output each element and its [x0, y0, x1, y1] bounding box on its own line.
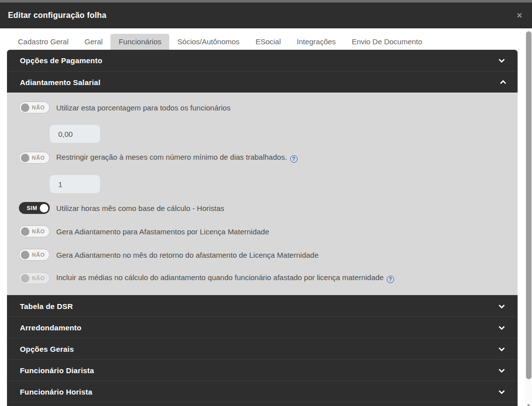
modal-header: Editar configuração folha × — [0, 2, 532, 28]
setting-row-min-days: NÃO Restringir geração à meses com númer… — [19, 152, 508, 164]
setting-label: Restringir geração à meses com número mí… — [56, 153, 298, 163]
section-title: Funcionário Horista — [20, 388, 92, 396]
toggle-knob — [21, 227, 29, 236]
section-opcoes-gerais[interactable]: Opções Gerais — [7, 338, 518, 359]
toggle-state-label: NÃO — [32, 252, 45, 258]
section-title: Arredondamento — [20, 323, 82, 332]
setting-row-incluir-medias: NÃO Incluir as médias no cálculo do adia… — [19, 272, 508, 284]
setting-label-text: Restringir geração à meses com número mí… — [56, 153, 287, 161]
setting-label: Incluir as médias no cálculo do adiantam… — [56, 273, 394, 283]
help-icon[interactable]: ? — [290, 155, 298, 163]
toggle-gera-adiantamento-retorno[interactable]: NÃO — [19, 249, 50, 261]
help-icon[interactable]: ? — [387, 276, 394, 283]
setting-label: Gera Adiantamento no mês do retorno do a… — [56, 251, 319, 259]
toggle-knob — [21, 154, 29, 162]
section-title: Opções Gerais — [20, 345, 74, 353]
adiantamento-salarial-panel: NÃO Utilizar esta porcentagem para todos… — [7, 93, 518, 295]
toggle-restringir-geracao[interactable]: NÃO — [19, 152, 50, 164]
setting-row-afastamentos-maternidade: NÃO Gera Adiantamento para Afastamentos … — [19, 225, 508, 237]
section-funcionario-mensalista[interactable]: Funcionário Mensalista — [7, 402, 518, 406]
scrollbar-thumb[interactable] — [526, 31, 532, 379]
section-funcionario-diarista[interactable]: Funcionário Diarista — [7, 359, 518, 381]
setting-label: Utilizar horas mês como base de cálculo … — [56, 204, 224, 212]
toggle-state-label: SIM — [27, 205, 37, 211]
scrollbar-down-arrow-icon[interactable]: ▼ — [525, 403, 532, 406]
section-opcoes-de-pagamento[interactable]: Opções de Pagamento — [7, 50, 518, 71]
settings-accordion: Opções de Pagamento Adiantamento Salaria… — [7, 50, 518, 406]
toggle-gera-adiantamento-afastamentos[interactable]: NÃO — [19, 225, 50, 237]
toggle-knob — [21, 274, 29, 283]
section-title: Opções de Pagamento — [20, 56, 103, 65]
percentage-input[interactable] — [50, 125, 100, 143]
toggle-knob — [40, 204, 48, 212]
min-days-input[interactable] — [50, 175, 100, 193]
toggle-knob — [21, 103, 29, 112]
close-icon[interactable]: × — [515, 10, 524, 21]
chevron-down-icon — [499, 366, 505, 373]
modal-title: Editar configuração folha — [8, 11, 106, 20]
chevron-down-icon — [499, 345, 505, 351]
vertical-scrollbar[interactable]: ▼ — [525, 31, 532, 406]
percentage-field-wrap — [50, 125, 508, 143]
section-title: Funcionário Diarista — [20, 366, 94, 375]
tab-socios-autonomos[interactable]: Sócios/Autônomos — [169, 34, 247, 50]
section-title: Tabela de DSR — [20, 302, 73, 310]
toggle-incluir-medias: NÃO — [19, 272, 50, 284]
chevron-down-icon — [499, 57, 505, 63]
toggle-state-label: NÃO — [32, 155, 45, 161]
toggle-utilizar-porcentagem[interactable]: NÃO — [19, 102, 50, 113]
toggle-state-label: NÃO — [32, 275, 45, 281]
chevron-down-icon — [499, 323, 505, 330]
edit-payroll-config-modal: Editar configuração folha × Cadastro Ger… — [0, 2, 532, 406]
modal-body: Cadastro Geral Geral Funcionários Sócios… — [0, 28, 525, 406]
section-arredondamento[interactable]: Arredondamento — [7, 316, 518, 338]
tab-envio-de-documento[interactable]: Envio De Documento — [344, 34, 430, 50]
setting-label: Utilizar esta porcentagem para todos os … — [56, 103, 230, 112]
min-days-field-wrap — [50, 175, 508, 193]
setting-label-text: Incluir as médias no cálculo do adiantam… — [56, 273, 384, 282]
tab-cadastro-geral[interactable]: Cadastro Geral — [10, 34, 77, 50]
setting-row-retorno-maternidade: NÃO Gera Adiantamento no mês do retorno … — [19, 249, 508, 261]
tab-integracoes[interactable]: Integrações — [289, 34, 343, 50]
section-adiantamento-salarial[interactable]: Adiantamento Salarial — [7, 71, 518, 93]
toggle-horas-mes[interactable]: SIM — [19, 202, 50, 214]
setting-label: Gera Adiantamento para Afastamentos por … — [56, 227, 269, 236]
section-tabela-de-dsr[interactable]: Tabela de DSR — [7, 295, 518, 316]
toggle-state-label: NÃO — [32, 104, 45, 110]
setting-row-horas-mes: SIM Utilizar horas mês como base de cálc… — [19, 202, 508, 214]
chevron-up-icon — [500, 80, 507, 86]
tab-funcionarios[interactable]: Funcionários — [110, 34, 169, 50]
tab-bar: Cadastro Geral Geral Funcionários Sócios… — [0, 28, 525, 50]
tab-esocial[interactable]: ESocial — [247, 34, 289, 50]
chevron-down-icon — [499, 388, 505, 394]
tab-geral[interactable]: Geral — [77, 34, 111, 50]
toggle-state-label: NÃO — [32, 228, 45, 234]
section-title: Adiantamento Salarial — [20, 78, 101, 87]
toggle-knob — [21, 251, 29, 259]
section-funcionario-horista[interactable]: Funcionário Horista — [7, 381, 518, 402]
setting-row-percentage: NÃO Utilizar esta porcentagem para todos… — [19, 102, 508, 113]
chevron-down-icon — [499, 302, 505, 308]
